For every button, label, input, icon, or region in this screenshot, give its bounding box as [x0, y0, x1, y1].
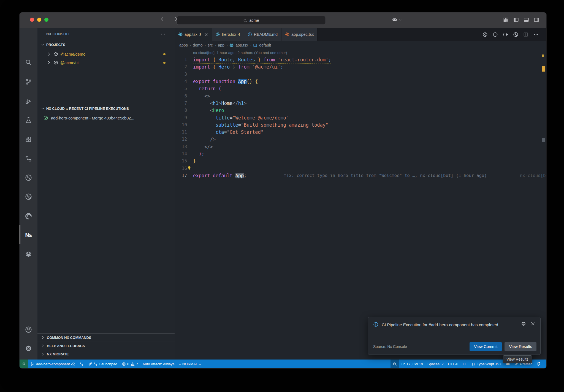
vim-mode-status[interactable]: -- NORMAL -- [177, 360, 203, 368]
code-line[interactable]: 13 </> [175, 143, 546, 150]
token [235, 79, 238, 84]
problems-status[interactable]: 0 7 [120, 360, 140, 368]
navigate-back-icon[interactable] [482, 32, 488, 37]
section-help-and-feedback[interactable]: HELP AND FEEDBACK [37, 342, 175, 350]
back-icon[interactable] [161, 16, 166, 22]
token: } [258, 57, 261, 62]
code-line[interactable]: 7 <h1>Home</h1> [175, 100, 546, 107]
view-results-button[interactable]: View Results [505, 342, 536, 351]
copilot-menu[interactable] [392, 17, 402, 23]
line-number: 12 [175, 137, 187, 142]
activity-item-accounts[interactable] [20, 322, 37, 337]
circle-icon[interactable] [493, 32, 498, 37]
customize-layout-icon[interactable] [503, 17, 509, 23]
section-projects[interactable]: PROJECTS [37, 41, 175, 48]
notifications-status[interactable] [534, 360, 543, 368]
auto-attach-status[interactable]: Auto Attach: Always [140, 360, 177, 368]
code-line[interactable]: 14 ); [175, 150, 546, 157]
encoding-status[interactable]: UTF-8 [446, 360, 460, 368]
code-line[interactable]: 6 <> [175, 92, 546, 99]
activity-item-search[interactable] [20, 55, 37, 69]
git-branch-icon [31, 362, 35, 366]
project-graph-icon [25, 155, 32, 162]
toggle-panel-icon[interactable] [524, 17, 529, 23]
activity-item-extensions[interactable] [20, 132, 37, 146]
activity-item-project-graph[interactable] [20, 151, 37, 166]
launchpad-status[interactable]: Launchpad [86, 360, 119, 368]
more-actions-icon[interactable] [161, 32, 165, 36]
activity-item-gitlens[interactable] [20, 170, 37, 185]
section-common-nx-commands[interactable]: COMMON NX COMMANDS [37, 333, 175, 342]
eol-status[interactable]: LF [460, 360, 469, 368]
gitlens-graph-icon[interactable] [513, 32, 518, 37]
indentation-status[interactable]: Spaces: 2 [425, 360, 446, 368]
activity-item-run-debug[interactable] [20, 94, 37, 108]
code-line[interactable]: 9 title="Welcome @acme/demo" [175, 114, 546, 121]
lightbulb-icon[interactable] [187, 166, 192, 171]
project-item[interactable]: @acme/demo [37, 50, 175, 58]
project-item[interactable]: @acme/ui [37, 58, 175, 67]
tab-README.md[interactable]: README.md [244, 28, 281, 41]
activity-item-explorer[interactable] [20, 36, 37, 51]
activity-item-edge-tools[interactable] [20, 209, 37, 223]
activity-item-source-control[interactable] [20, 74, 37, 89]
code-line[interactable]: 17export default App;fix: correct typo i… [175, 172, 546, 179]
token: ( [247, 79, 250, 84]
warning-icon [131, 362, 135, 366]
token: } [193, 158, 196, 164]
toggle-secondary-sidebar-icon[interactable] [534, 17, 539, 23]
more-actions-icon[interactable] [533, 32, 539, 37]
toggle-sidebar-icon[interactable] [513, 17, 519, 23]
command-center-search[interactable]: acme [177, 16, 326, 25]
tab-app.spec.tsx[interactable]: app.spec.tsx [281, 28, 318, 41]
breadcrumb-item[interactable]: default [259, 43, 271, 47]
token: = [224, 129, 227, 135]
breadcrumb-item[interactable]: apps [179, 43, 188, 47]
cursor-position-status[interactable]: Ln 17, Col 19 [399, 360, 425, 368]
token: function [213, 79, 235, 84]
activity-item-settings[interactable] [20, 341, 37, 355]
token: </> [204, 144, 213, 149]
remote-indicator[interactable] [20, 360, 28, 368]
tab-app.tsx[interactable]: app.tsx3 [175, 28, 212, 41]
activity-item-testing[interactable] [20, 113, 37, 127]
breadcrumb-item[interactable]: app [218, 43, 224, 47]
section-nx-migrate[interactable]: NX MIGRATE [37, 350, 175, 358]
notification-close-icon[interactable] [530, 321, 535, 326]
tab-hero.tsx[interactable]: hero.tsx4 [212, 28, 244, 41]
activity-item-gitlens-inspect[interactable] [20, 189, 37, 204]
code-line[interactable]: 8 <Hero [175, 107, 546, 114]
code-line[interactable]: 1import { Route, Routes } from 'react-ro… [175, 56, 546, 63]
code-line[interactable]: 16 [175, 165, 546, 172]
breadcrumb-item[interactable]: demo [193, 43, 203, 47]
publish-icon [71, 362, 75, 366]
maximize-window-button[interactable] [44, 18, 48, 22]
git-branch-status[interactable]: add-hero-component [28, 360, 77, 368]
section-nx-cloud[interactable]: NX CLOUD :: RECENT CI PIPELINE EXECUTION… [37, 105, 175, 112]
code-line[interactable]: 10 subtitle="Build something amazing tod… [175, 121, 546, 129]
zoom-status[interactable] [391, 360, 399, 368]
language-status[interactable]: {} TypeScript JSX [469, 360, 504, 368]
minimize-window-button[interactable] [37, 18, 41, 22]
scm-graph-status[interactable] [77, 360, 86, 368]
code-line[interactable]: 11 cta="Get Started" [175, 129, 546, 136]
code-line[interactable]: 12 /> [175, 136, 546, 143]
breadcrumb-item[interactable]: src [208, 43, 213, 47]
token: Home [221, 100, 232, 106]
view-commit-button[interactable]: View Commit [470, 342, 502, 351]
notification-settings-icon[interactable] [521, 321, 526, 326]
close-window-button[interactable] [30, 18, 34, 22]
code-line[interactable]: 5 return ( [175, 85, 546, 92]
code-line[interactable]: 15} [175, 157, 546, 165]
run-file-icon[interactable] [503, 32, 508, 37]
code-line[interactable]: 3 [175, 71, 546, 78]
activity-item-containers[interactable] [20, 247, 37, 261]
split-editor-icon[interactable] [523, 32, 528, 37]
breadcrumb-item[interactable]: app.tsx [235, 43, 248, 47]
activity-item-nx-console[interactable]: N≥ [20, 227, 37, 242]
code-line[interactable]: 2import { Hero } from '@acme/ui'; [175, 63, 546, 70]
line-content: /> [193, 137, 216, 142]
code-line[interactable]: 4export function App() { [175, 78, 546, 85]
pipeline-icon [94, 362, 98, 366]
pipeline-item[interactable]: add-hero-component - Merge 409b44e5cb02.… [37, 114, 175, 122]
